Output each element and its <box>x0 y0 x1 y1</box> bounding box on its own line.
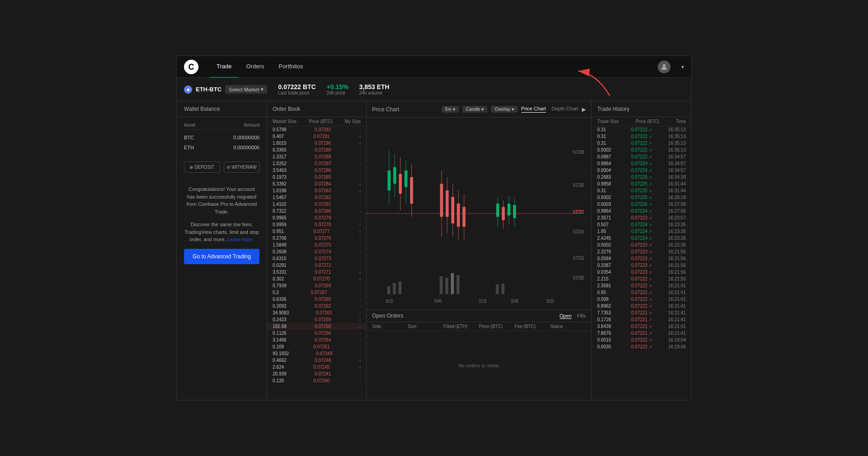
last-trade-stat: 0.07222 BTC Last trade price <box>278 83 316 95</box>
tab-price-chart[interactable]: Price Chart <box>521 106 546 113</box>
app-container: C Trade Orders Portfolios ▾ ◆ ETH-BTC Se… <box>176 56 692 400</box>
order-book-row: 3.5331 0.07271 - <box>267 269 366 276</box>
tab-filled[interactable]: Fills <box>577 313 586 319</box>
learn-more-link[interactable]: Learn more. <box>227 237 254 242</box>
th-time: 16:34:57 <box>656 161 686 166</box>
th-time: 16:29:18 <box>656 195 686 200</box>
tab-open[interactable]: Open <box>560 313 572 319</box>
select-market-button[interactable]: Select Market ▾ <box>225 85 267 94</box>
ob-my-size: - <box>359 290 361 295</box>
th-price: 0.07222 ↗ <box>627 141 656 146</box>
ob-size: 1.4102 <box>273 202 287 207</box>
order-book-row: 3.1466 0.07254 - <box>267 337 366 343</box>
tab-depth-chart[interactable]: Depth Chart <box>552 106 578 113</box>
nav-tab-trade[interactable]: Trade <box>209 56 239 78</box>
oo-col-size: Size <box>408 324 443 329</box>
th-size: 0.0002 <box>597 195 627 200</box>
svg-text:0.07210: 0.07210 <box>573 255 584 261</box>
ob-my-size: - <box>359 134 361 139</box>
ob-price: 0.07287 <box>315 161 331 166</box>
top-nav: C Trade Orders Portfolios ▾ <box>177 56 691 78</box>
th-price: 0.07223 ↗ <box>627 242 656 247</box>
trade-history-row: 0.0002 0.07225 ↗ 16:29:18 <box>592 194 691 201</box>
th-col-trade-size: Trade Size <box>597 119 619 124</box>
ob-size: 0.407 <box>273 134 284 139</box>
trade-history-row: 0.0003 0.07226 ↗ 16:27:58 <box>592 201 691 208</box>
trade-history-row: 1.95 0.07224 ↗ 16:23:35 <box>592 228 691 235</box>
ob-my-size: - <box>359 304 361 309</box>
overlay-button[interactable]: Overlay▾ <box>491 106 517 113</box>
ob-size: 1.5849 <box>273 242 287 247</box>
market-selector[interactable]: ◆ ETH-BTC Select Market ▾ <box>184 85 267 94</box>
order-book-row: 0.5798 0.07292 - <box>267 126 366 133</box>
svg-text:15:45: 15:45 <box>511 298 519 304</box>
order-book-panel: Order Book Market Size Price (BTC) My Si… <box>267 101 367 400</box>
ob-price: 0.07258 <box>315 324 331 329</box>
order-book-row: 34.9083 0.07261 - <box>267 309 366 316</box>
order-book-row: 0.4662 0.07248 - <box>267 357 366 364</box>
ob-price: 0.07279 <box>315 215 331 220</box>
trade-history-header: Trade History <box>592 101 691 117</box>
ob-price: 0.07245 <box>313 365 330 370</box>
ob-size: 0.3365 <box>273 147 287 152</box>
order-book-row: 0.0291 0.07272 - <box>267 262 366 269</box>
ob-my-size: - <box>359 141 361 146</box>
ob-my-size: - <box>359 331 361 336</box>
th-size: 0.9858 <box>597 181 627 186</box>
withdraw-button[interactable]: ⊖ WITHDRAW <box>224 162 260 173</box>
nav-tabs: Trade Orders Portfolios <box>209 56 658 78</box>
user-avatar[interactable] <box>658 61 670 73</box>
svg-rect-51 <box>496 284 499 294</box>
trade-history-row: 0.31 0.07222 ↗ 16:35:13 <box>592 126 691 133</box>
th-price: 0.07224 ↗ <box>627 229 656 234</box>
th-price: 0.07225 ↗ <box>627 188 656 193</box>
ob-my-size: - <box>359 371 361 376</box>
chevron-down-icon: ▾ <box>481 107 484 112</box>
th-price: 0.07222 ↗ <box>627 337 656 342</box>
svg-rect-26 <box>440 184 443 217</box>
nav-tab-orders[interactable]: Orders <box>239 56 271 78</box>
ob-price: 0.07273 <box>315 256 331 261</box>
expand-icon[interactable]: ▶ <box>582 106 586 113</box>
oo-empty-message: No orders to show. <box>367 331 591 400</box>
order-book-row: 0.9965 0.07279 - <box>267 214 366 221</box>
order-book-row: 1.5849 0.07275 - <box>267 242 366 248</box>
ob-size: 0.302 <box>273 276 284 281</box>
th-time: 16:22:36 <box>656 242 686 247</box>
volume-stat: 3,853 ETH 24h volume <box>359 83 389 95</box>
order-book-row: 1.5467 0.07282 - <box>267 194 366 201</box>
logo[interactable]: C <box>184 60 198 74</box>
deposit-button[interactable]: ⊕ DEPOSIT <box>184 162 220 173</box>
ob-price: 0.07251 <box>313 344 330 349</box>
th-time: 16:34:57 <box>656 168 686 173</box>
trade-history-row: 0.31 0.07222 ↗ 16:35:13 <box>592 140 691 147</box>
candle-type-button[interactable]: Candle▾ <box>462 106 488 113</box>
ob-price: 0.07275 <box>315 242 331 247</box>
order-book-row: 0.109 0.07251 - <box>267 343 366 350</box>
th-size: 3.8439 <box>597 324 627 329</box>
ob-my-size: - <box>359 378 361 383</box>
wallet-col-asset: Asset <box>184 123 195 128</box>
ob-size: 6.3392 <box>273 181 287 186</box>
th-price: 0.07222 ↗ <box>627 283 656 288</box>
ob-size: 1.0198 <box>273 188 287 193</box>
timeframe-button[interactable]: 5m▾ <box>442 106 459 113</box>
oo-col-price: Price (BTC) <box>479 324 514 329</box>
th-price: 0.07222 ↗ <box>627 127 656 132</box>
goto-advanced-trading-button[interactable]: Go to Advanced Trading <box>184 249 259 264</box>
chart-tabs: Price Chart Depth Chart <box>521 106 578 113</box>
ob-price: 0.07278 <box>315 222 331 227</box>
th-size: 0.0354 <box>597 270 627 275</box>
chevron-down-icon[interactable]: ▾ <box>681 64 684 70</box>
oo-header: Open Orders Open Fills <box>367 310 591 322</box>
ob-size: 0.2706 <box>273 236 287 241</box>
th-price: 0.07222 ↗ <box>627 134 656 139</box>
ob-my-size: - <box>359 154 361 159</box>
nav-tab-portfolios[interactable]: Portfolios <box>271 56 310 78</box>
th-time: 16:23:57 <box>656 215 686 220</box>
open-orders-panel: Open Orders Open Fills Side Size Filled … <box>367 309 591 400</box>
trade-history-row: 0.0354 0.07223 ↗ 16:21:56 <box>592 269 691 276</box>
trade-history-row: 0.95 0.07222 ↗ 16:21:41 <box>592 289 691 296</box>
th-size: 0.0035 <box>597 344 627 349</box>
ob-size: 0.9965 <box>273 215 287 220</box>
